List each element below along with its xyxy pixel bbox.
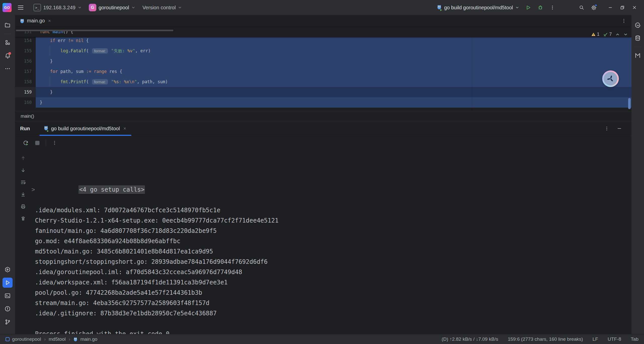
- warnings-indicator[interactable]: 1: [591, 32, 599, 37]
- remote-host-widget[interactable]: >_ 192.168.3.249: [31, 3, 84, 13]
- passed-indicator[interactable]: 7: [603, 32, 612, 37]
- toolbar-separator: [634, 47, 641, 47]
- project-widget[interactable]: G goroutinepool: [87, 3, 138, 13]
- console-folded-line[interactable]: ><4 go setup calls>: [35, 174, 631, 185]
- code-token: %x: [124, 79, 129, 84]
- inspections-widget[interactable]: 1 7: [591, 32, 628, 37]
- code-token: \n: [129, 79, 134, 84]
- toolbar-separator: [46, 140, 46, 146]
- chevron-down-icon: [178, 6, 182, 10]
- clear-console-button[interactable]: [18, 213, 28, 224]
- console-line: Process finished with the exit code 0: [35, 329, 631, 334]
- console-more-button[interactable]: [50, 138, 60, 148]
- code-lines: 154if err != nil {155log.Fatalf( format:…: [15, 37, 631, 108]
- search-everywhere-button[interactable]: [577, 3, 587, 13]
- network-speed-widget[interactable]: (D) ↑2.82 kB/s / ↓7.09 kB/s: [442, 336, 498, 342]
- code-token: Printf: [71, 79, 86, 84]
- editor-tab-main-go[interactable]: main.go ×: [15, 15, 55, 26]
- restore-button[interactable]: [616, 3, 628, 13]
- structure-tool-button[interactable]: [3, 37, 13, 48]
- close-button[interactable]: [628, 3, 640, 13]
- hide-tool-window-button[interactable]: [614, 123, 624, 134]
- maven-tool-button[interactable]: [633, 51, 643, 61]
- database-tool-button[interactable]: [633, 33, 643, 43]
- print-button[interactable]: [18, 201, 28, 211]
- code-token: ": [111, 79, 114, 84]
- console-line: Cherry-Studio-1.2.1-x64-setup.exe: 0eecb…: [35, 216, 631, 226]
- tab-close-icon[interactable]: ×: [122, 125, 127, 132]
- rerun-button[interactable]: [21, 138, 31, 148]
- code-text: }: [36, 87, 631, 97]
- ellipsis-vertical-icon: [52, 140, 57, 145]
- run-button[interactable]: [523, 3, 533, 13]
- printer-icon: [20, 204, 26, 209]
- run-tab[interactable]: go build goroutinepool/md5tool ×: [39, 121, 131, 136]
- console-line: .idea/workspace.xml: f56aa187194f1de1139…: [35, 277, 631, 288]
- status-breadcrumbs[interactable]: goroutinepool › md5tool › main.go: [6, 336, 97, 342]
- caret-position-widget[interactable]: 159:6 (2773 chars, 160 line breaks): [508, 336, 583, 342]
- inlay-hint: format:: [92, 79, 108, 84]
- run-options-button[interactable]: [602, 123, 612, 134]
- services-tool-button[interactable]: [3, 265, 13, 275]
- prev-occurrence-button[interactable]: [18, 153, 28, 163]
- debug-button[interactable]: [535, 3, 545, 13]
- fold-marker-icon[interactable]: >: [31, 185, 35, 195]
- vcs-widget[interactable]: Version control: [140, 4, 184, 12]
- horizontal-scrollbar-thumb[interactable]: [16, 30, 173, 31]
- next-occurrence-button[interactable]: [18, 165, 28, 175]
- right-toolbar: [631, 15, 644, 334]
- breadcrumb-package[interactable]: md5tool: [49, 336, 66, 342]
- project-tool-button[interactable]: [3, 20, 13, 30]
- more-tool-windows-button[interactable]: [3, 64, 13, 74]
- play-icon: [5, 280, 11, 286]
- check-icon: [603, 32, 608, 37]
- breadcrumb-separator: ›: [44, 336, 46, 342]
- run-tool-window-title: Run: [20, 126, 30, 132]
- problems-tool-button[interactable]: [3, 304, 13, 314]
- vertical-scrollbar-thumb[interactable]: [628, 98, 631, 109]
- play-icon: [526, 5, 531, 10]
- current-function-label[interactable]: main(): [21, 113, 34, 119]
- terminal-tool-button[interactable]: [3, 291, 13, 301]
- code-token: range: [94, 69, 107, 74]
- code-token: ": [134, 79, 137, 84]
- encoding-widget[interactable]: UTF-8: [608, 336, 621, 342]
- run-config-gopher-icon: [437, 5, 442, 11]
- line-ending-widget[interactable]: LF: [592, 336, 598, 342]
- console-line: .idea/goroutinepool.iml: af70d5843c32cce…: [35, 267, 631, 277]
- run-configuration-widget[interactable]: go build goroutinepool/md5tool: [435, 3, 521, 12]
- console-output[interactable]: ><4 go setup calls> .idea/modules.xml: 7…: [31, 150, 631, 334]
- ai-assistant-floating-button[interactable]: [602, 70, 619, 87]
- tab-close-icon[interactable]: ×: [47, 18, 52, 24]
- minimize-button[interactable]: [604, 3, 616, 13]
- code-token: }: [50, 90, 53, 95]
- breadcrumb-file[interactable]: main.go: [80, 336, 97, 342]
- breadcrumb-project[interactable]: goroutinepool: [12, 336, 41, 342]
- console-line: [35, 319, 631, 329]
- chevron-up-icon[interactable]: [615, 32, 620, 37]
- git-tool-button[interactable]: [3, 317, 13, 327]
- code-editor[interactable]: 151func main() { 154if err != nil {155lo…: [15, 27, 631, 111]
- code-text: for path, sum := range res {: [36, 66, 631, 77]
- database-icon: [634, 35, 641, 41]
- settings-button[interactable]: [589, 3, 599, 13]
- breadcrumb-separator: ›: [68, 336, 71, 342]
- run-tool-button[interactable]: [3, 278, 13, 288]
- notifications-button[interactable]: [3, 51, 13, 61]
- ai-assistant-tool-button[interactable]: [633, 20, 643, 30]
- more-actions-button[interactable]: [547, 3, 557, 13]
- code-text: if err != nil {: [36, 37, 631, 46]
- scroll-to-end-button[interactable]: [18, 189, 28, 199]
- indent-guide: [50, 76, 50, 87]
- soft-wrap-button[interactable]: [18, 177, 28, 187]
- code-token: nil: [76, 38, 84, 43]
- indent-widget[interactable]: Tab: [631, 336, 638, 342]
- editor-tab-bar: main.go ×: [15, 15, 631, 27]
- main-menu-button[interactable]: [16, 3, 25, 12]
- ellipsis-vertical-icon: [621, 18, 626, 23]
- code-token: "失败:: [111, 48, 128, 53]
- tab-options-button[interactable]: [619, 16, 629, 26]
- folded-text[interactable]: <4 go setup calls>: [78, 185, 145, 194]
- stop-button[interactable]: [32, 138, 42, 148]
- chevron-down-icon[interactable]: [623, 32, 628, 37]
